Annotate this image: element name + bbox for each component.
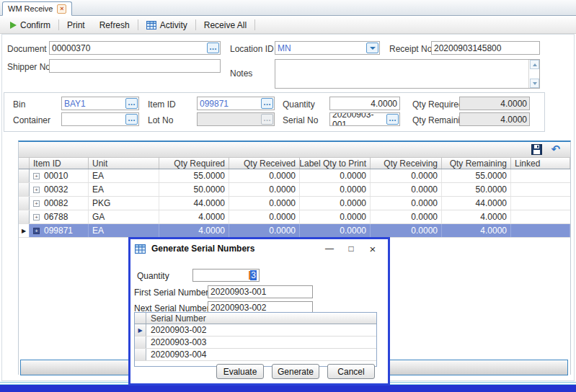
serial-row-selector[interactable] [135,337,146,348]
quantity-label: Quantity [283,99,315,110]
serial-row[interactable]: ▶ 20200903-002 [135,324,376,337]
row-selector[interactable] [19,197,30,210]
receipt-no-field[interactable]: 20200903145800 [431,41,540,55]
cell-unit: EA [89,224,159,237]
serial-row[interactable]: 20200903-004 [135,349,376,361]
tab-title: WM Receive [8,4,53,13]
expand-icon[interactable]: + [33,228,40,234]
dialog-quantity-label: Quantity [137,271,169,281]
generate-button[interactable]: Generate [272,364,319,379]
container-field[interactable]: … [61,112,139,126]
serial-number-column-header[interactable]: Serial Number [146,313,376,324]
save-icon[interactable] [531,144,542,155]
close-icon[interactable]: × [362,241,384,256]
cancel-button[interactable]: Cancel [327,364,375,379]
lot-no-field: … [197,112,275,126]
grid-header-selector [19,158,30,169]
cell-label-qty: 0.0000 [300,197,371,210]
cell-label-qty: 0.0000 [300,224,371,237]
dialog-quantity-field[interactable]: 3 [192,269,260,282]
notes-field[interactable] [275,59,540,89]
cell-qty-remaining: 44.0000 [442,197,511,210]
serial-row-selector-current[interactable]: ▶ [135,324,146,336]
col-header-label-qty[interactable]: Label Qty to Print [300,158,371,169]
bin-field[interactable]: BAY1 … [61,97,139,110]
expand-icon[interactable]: + [33,187,40,193]
activity-button[interactable]: Activity [139,17,195,33]
row-selector[interactable] [19,183,30,196]
cell-item-id: 00032 [44,184,68,195]
col-header-qty-remaining[interactable]: Qty Remaining [442,158,511,169]
notes-scrollbar[interactable] [528,60,539,88]
col-header-qty-receiving[interactable]: Qty Receiving [371,158,442,169]
bin-value: BAY1 [64,99,86,109]
confirm-play-icon [10,22,17,29]
item-id-lookup-button[interactable]: … [261,98,273,109]
quantity-field[interactable]: 4.0000 [329,97,400,110]
serial-grid-header: Serial Number [135,313,376,324]
table-row[interactable]: +06788 GA 4.0000 0.0000 0.0000 0.0000 4.… [19,210,570,224]
location-id-label: Location ID [230,44,274,54]
cell-qty-remaining: 50.0000 [442,183,511,196]
serial-row[interactable]: 20200903-003 [135,337,376,349]
col-header-linked[interactable]: Linked [511,158,570,169]
location-id-combo[interactable]: MN [275,41,380,55]
minimize-icon[interactable]: — [319,241,340,256]
shipper-no-field[interactable] [49,59,221,73]
refresh-label: Refresh [99,20,130,30]
toolbar-separator [58,19,59,30]
col-header-item-id[interactable]: Item ID [30,158,89,169]
item-id-value: 099871 [200,99,229,109]
table-row-selected[interactable]: ▶ +099871 EA 4.0000 0.0000 0.0000 0.0000… [19,224,570,238]
location-id-dropdown-icon[interactable] [366,43,378,53]
toolbar-separator [138,19,138,30]
maximize-icon[interactable]: □ [340,241,362,256]
refresh-button[interactable]: Refresh [92,17,137,33]
tab-close-icon[interactable]: × [57,4,66,14]
receive-all-label: Receive All [204,20,247,30]
print-button[interactable]: Print [60,17,92,33]
document-no-field[interactable]: 00000370 … [49,41,221,55]
col-header-qty-received[interactable]: Qty Received [229,158,300,169]
item-id-field[interactable]: 099871 … [197,97,275,110]
col-header-qty-required[interactable]: Qty Required [159,158,229,169]
serial-no-field[interactable]: 20200903-001 … [329,112,400,126]
expand-icon[interactable]: + [33,200,40,207]
notes-scroll-down-icon[interactable] [530,79,539,88]
cell-label-qty: 0.0000 [300,169,371,182]
dialog-title-bar[interactable]: Generate Serial Numbers — □ × [130,239,388,258]
row-selector-current[interactable]: ▶ [19,224,30,237]
serial-no-lookup-button[interactable]: … [386,114,399,125]
container-lookup-button[interactable]: … [125,114,138,125]
col-header-unit[interactable]: Unit [89,158,159,169]
expand-icon[interactable]: + [33,173,40,179]
undo-icon[interactable]: ↶ [551,144,560,155]
evaluate-button[interactable]: Evaluate [216,364,264,379]
document-no-lookup-button[interactable]: … [207,43,219,53]
grid-header-row: Item ID Unit Qty Required Qty Received L… [19,158,570,169]
table-row[interactable]: +00010 EA 55.0000 0.0000 0.0000 0.0000 5… [19,169,570,183]
table-row[interactable]: +00082 PKG 44.0000 0.0000 0.0000 0.0000 … [19,197,570,210]
qty-required-label: Qty Required [412,99,464,110]
grid-toolbar: ↶ [19,142,570,158]
cell-linked [511,210,570,223]
notes-scroll-up-icon[interactable] [530,60,539,69]
lot-no-label: Lot No [148,115,173,125]
expand-icon[interactable]: + [33,214,40,220]
table-row[interactable]: +00032 EA 50.0000 0.0000 0.0000 0.0000 5… [19,183,570,197]
serial-row-selector[interactable] [135,349,146,360]
cell-qty-remaining: 4.0000 [442,224,511,237]
row-selector[interactable] [19,169,30,182]
cell-linked [511,183,570,196]
main-toolbar: Confirm Print Refresh Activity Receive A… [0,17,576,34]
first-serial-field[interactable]: 20200903-001 [208,285,313,298]
toolbar-separator [195,19,196,30]
receive-all-button[interactable]: Receive All [197,17,254,33]
confirm-button[interactable]: Confirm [3,17,58,33]
tab-wm-receive[interactable]: WM Receive × [2,1,72,16]
bin-lookup-button[interactable]: … [125,98,138,109]
row-selector[interactable] [19,210,30,223]
notes-label: Notes [230,68,252,79]
cell-qty-remaining: 55.0000 [442,169,511,182]
shipper-no-label: Shipper No. [7,62,53,72]
